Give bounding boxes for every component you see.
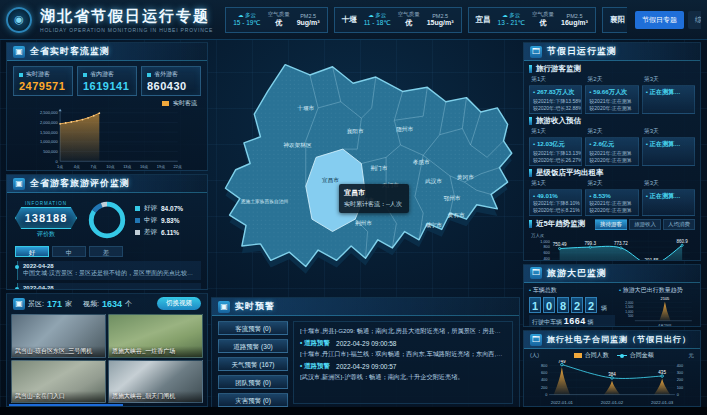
metric-value: 267.83万人次 xyxy=(533,88,578,97)
trend-tab-1[interactable]: 旅游收入 xyxy=(629,219,661,230)
map-label-14[interactable]: 黄石市 xyxy=(447,212,465,219)
right-column: 🗔 节假日运行监测 旅行游客监测第1天第2天第3天267.83万人次较2021年… xyxy=(523,42,701,407)
day-label: 第1天 xyxy=(529,74,582,85)
legend-swatch xyxy=(162,101,169,106)
pm-block: PM2.516ug/m³ xyxy=(561,13,588,26)
metric-compare: 较2020年:增长26.27% xyxy=(533,157,578,163)
metric-value: 2.6亿元 xyxy=(589,140,634,149)
video-feed-1[interactable]: 武当山-琼台区东区_三号闸机 xyxy=(11,314,106,358)
map-tooltip: 宜昌市 实时累计客流：--人次 xyxy=(339,184,409,213)
hubei-province-map[interactable]: 十堰市襄阳市随州市神农架林区荆门市孝感市天门市武汉市黄冈市鄂州市仙桃市恩施土家族… xyxy=(211,42,520,294)
alert-time: 2022-04-29 09:00:57 xyxy=(336,363,396,370)
map-label-13[interactable]: 荆州市 xyxy=(355,220,372,226)
svg-text:773.72: 773.72 xyxy=(614,241,628,246)
holiday-monitor-panel: 🗔 节假日运行监测 旅行游客监测第1天第2天第3天267.83万人次较2021年… xyxy=(523,42,701,261)
stat-value: 2479571 xyxy=(19,80,67,92)
panel-header: ▣ 实时预警 xyxy=(212,298,519,316)
map-label-0[interactable]: 十堰市 xyxy=(297,105,314,111)
left-column: ▣ 全省实时客流监测 实时游客2479571省内游客1619141省外游客860… xyxy=(6,42,208,407)
realtime-flow-panel: ▣ 全省实时客流监测 实时游客2479571省内游客1619141省外游客860… xyxy=(6,42,208,171)
alert-message: [十堰市,房县]-G209: 畅通；南向北,房县大道附近亮堵，所属景区：房县观音… xyxy=(300,327,506,336)
tooltip-city: 宜昌市 xyxy=(344,188,404,198)
hexagon-badge: 138188 xyxy=(15,207,77,229)
bus-digit: 2 xyxy=(585,297,597,313)
metric-card: 8.53%较2021年:正在测算较2020年:正在测算 xyxy=(585,189,638,216)
bus-digit: 0 xyxy=(543,297,555,313)
legend-swatch xyxy=(135,218,140,223)
panel-title: 旅游大巴监测 xyxy=(547,267,607,280)
video-feed-2[interactable]: 恩施大峡谷_一炷香广场 xyxy=(108,314,203,358)
map-label-9[interactable]: 鄂州市 xyxy=(444,195,461,202)
review-item[interactable]: 2022-04-28武当山风景区：风景秀丽，体验很好，值得一去… xyxy=(17,283,201,289)
contract-legend: 合同人数合同金额 xyxy=(574,351,654,360)
svg-text:860.9: 860.9 xyxy=(676,239,688,244)
weather-card: 襄阳☁ 多云13 - 19℃空气质量优PM2.534ug/m³ xyxy=(602,7,627,33)
legend-swatch xyxy=(135,206,140,211)
alert-filter-4[interactable]: 灾害预警 (0) xyxy=(218,393,288,407)
alert-filter-2[interactable]: 天气预警 (167) xyxy=(218,357,288,371)
map-label-15[interactable]: 咸宁市 xyxy=(425,222,442,228)
metric-value: 8.53% xyxy=(589,192,634,199)
map-label-2[interactable]: 随州市 xyxy=(396,126,413,133)
map-label-1[interactable]: 襄阳市 xyxy=(347,128,364,135)
review-item[interactable]: 2022-04-28中国文城·汉宫景区：景区还是很不错的，景区里面的亮点比较多，… xyxy=(17,261,201,280)
scenic-label: 景区: xyxy=(28,299,44,309)
metric-card: 49.01%较2021年:下降8.10%较2020年:增长8.21% xyxy=(529,189,582,216)
stat-label: 省外游客 xyxy=(147,70,195,79)
map-label-8[interactable]: 黄冈市 xyxy=(456,174,474,181)
map-label-3[interactable]: 神农架林区 xyxy=(283,142,312,148)
metric-card: 正在测算… xyxy=(642,189,695,216)
alert-message-list[interactable]: [十堰市,房县]-G209: 畅通；南向北,房县大道附近亮堵，所属景区：房县观音… xyxy=(293,321,513,404)
day-label: 第2天 xyxy=(585,74,638,85)
legend-label: 中评 xyxy=(144,216,157,225)
bus-total-counter: 10822辆 xyxy=(529,297,615,313)
video-feed-3[interactable]: 武当山-玄岳门入口 xyxy=(11,360,106,404)
trend-tab-0[interactable]: 接待游客 xyxy=(595,219,627,230)
bus-trend-block: 旅游大巴出行数量趋势 5001,0001,5002,00021054月29日 xyxy=(619,286,695,328)
flow-stats: 实时游客2479571省内游客1619141省外游客860430 xyxy=(7,61,207,98)
map-label-5[interactable]: 孝感市 xyxy=(413,159,430,165)
switch-video-button[interactable]: 切换视频 xyxy=(157,297,201,310)
contract-legend-row: (人) 合同人数合同金额 元 xyxy=(524,349,700,360)
alert-filter-1[interactable]: 道路预警 (30) xyxy=(218,339,288,353)
svg-text:1,000: 1,000 xyxy=(625,310,633,314)
nav-button-1[interactable]: 综合 xyxy=(688,11,701,29)
day-label: 第3天 xyxy=(642,126,695,137)
video-count: 1634 xyxy=(102,299,122,309)
weather-condition: ☁ 多云 xyxy=(498,12,526,19)
alert-filter-3[interactable]: 团队预警 (0) xyxy=(218,375,288,389)
legend-swatch xyxy=(574,353,582,358)
rating-tab-好[interactable]: 好 xyxy=(15,246,49,257)
svg-text:13点: 13点 xyxy=(123,164,131,169)
metric-compare: 较2021年:正在测算 xyxy=(589,200,634,206)
map-label-4[interactable]: 荆门市 xyxy=(370,165,387,171)
weather-cond-block: ☁ 多云13 - 21℃ xyxy=(498,12,526,27)
holiday-section-1: 旅游收入预估第1天第2天第3天12.03亿元较2021年:下降13.13%较20… xyxy=(529,116,695,166)
svg-text:19点: 19点 xyxy=(157,164,165,169)
map-label-11[interactable]: 恩施土家族苗族自治州 xyxy=(240,198,288,204)
metric-compare: 较2021年:下降8.10% xyxy=(533,200,578,206)
review-text: 中国文城·汉宫景区：景区还是很不错的，景区里面的亮点比较多，以及景交… xyxy=(23,269,196,278)
weather-condition: ☁ 多云 xyxy=(364,12,391,19)
bus-icon: 🗔 xyxy=(530,267,542,279)
rating-tab-差[interactable]: 差 xyxy=(89,246,123,257)
stat-label: 实时游客 xyxy=(19,70,67,79)
map-label-7[interactable]: 武汉市 xyxy=(425,178,442,185)
alert-type: 道路预警 xyxy=(300,339,330,348)
video-feed-4[interactable]: 恩施大峡谷_朝天门闸机 xyxy=(108,360,203,404)
alert-message: [十堰市,丹江口市]-福兰线：双向畅通；西向东,车城路附近亮堵；东向西,大道沿桥… xyxy=(300,350,506,359)
svg-text:200: 200 xyxy=(541,386,547,390)
aq-label: 空气质量 xyxy=(268,11,290,18)
rating-legend-item: 中评9.83% xyxy=(135,216,201,225)
day-label: 第1天 xyxy=(529,126,582,137)
grid-icon: ▣ xyxy=(13,178,25,190)
section-label: 旅游收入预估 xyxy=(529,116,695,126)
rating-tab-中[interactable]: 中 xyxy=(52,246,86,257)
map-label-12[interactable]: 宜昌市 xyxy=(322,177,339,184)
nav-button-0[interactable]: 节假日专题 xyxy=(635,11,684,29)
svg-text:800: 800 xyxy=(543,245,549,249)
panel-title: 节假日运行监测 xyxy=(547,45,617,58)
pm-block: PM2.515ug/m³ xyxy=(427,13,454,26)
trend-tab-2[interactable]: 人均消费 xyxy=(663,219,695,230)
alert-filter-0[interactable]: 客流预警 (0) xyxy=(218,321,288,335)
